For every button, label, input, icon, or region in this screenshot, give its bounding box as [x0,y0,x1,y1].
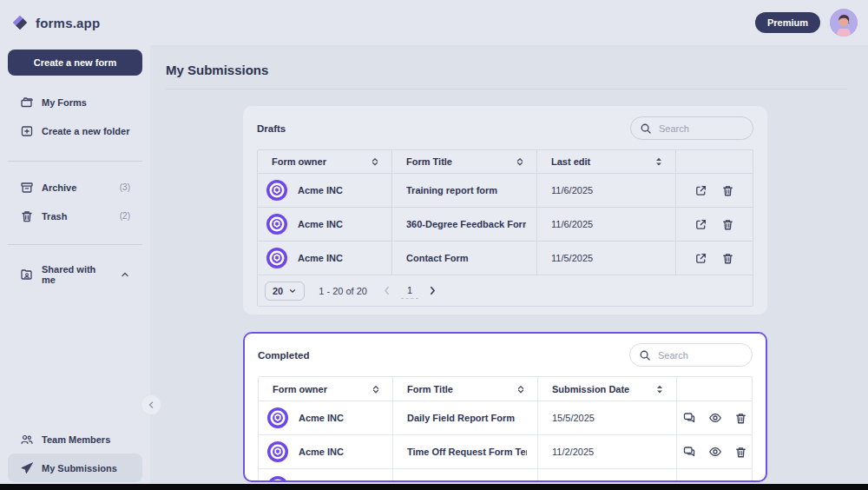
page-size-select[interactable]: 20 [265,281,305,301]
completed-table-header: Form owner Form Title Submission Date [259,377,752,401]
delete-icon[interactable] [721,252,734,265]
drafts-pagination: 20 1 - 20 of 20 1 [258,275,753,306]
premium-button[interactable]: Premium [755,12,820,33]
sidebar-item-shared-with-me[interactable]: Shared with me [8,260,142,288]
row-actions [677,401,752,434]
comments-icon[interactable] [682,445,696,459]
chevron-right-icon [427,285,438,296]
delete-icon[interactable] [734,480,747,482]
delete-icon[interactable] [721,218,734,231]
completed-search-box [629,343,753,367]
open-form-icon[interactable] [694,218,707,231]
sidebar-item-label: Team Members [42,434,110,445]
owner-cell: Acme INC [258,208,392,241]
owner-cell: Acme INC [259,435,393,468]
owner-cell: Acme INC [259,401,393,434]
column-header-actions [677,377,752,401]
drafts-card: Drafts Form owner Form Title [243,106,767,315]
delete-icon[interactable] [734,446,747,459]
page-number-button[interactable]: 1 [401,283,418,299]
last-edit-cell: 11/6/2025 [537,174,676,207]
page-title: My Submissions [166,63,847,77]
drafts-table-header: Form owner Form Title Last edit [258,150,753,174]
column-header-actions [676,150,753,173]
prev-page-button[interactable] [381,285,392,296]
column-header-form-owner: Form owner [259,377,393,401]
row-actions [676,174,753,207]
drafts-search-input[interactable] [659,123,744,134]
form-title-cell: 360-Degree Feedback Form [392,208,537,241]
view-icon[interactable] [708,411,722,425]
column-header-submission-date: Submission Date [538,377,677,401]
sidebar-item-archive[interactable]: Archive (3) [8,173,142,202]
sidebar-item-trash[interactable]: Trash (2) [8,202,142,230]
comments-icon[interactable] [682,480,696,483]
form-title-cell: Training report form [392,174,537,207]
column-header-form-title: Form Title [392,150,537,173]
user-avatar[interactable] [830,9,858,36]
column-header-form-title: Form Title [393,377,538,401]
sort-icon[interactable] [370,383,382,395]
comments-icon[interactable] [682,411,696,425]
column-header-form-owner: Form owner [258,150,392,173]
drafts-table: Form owner Form Title Last edit [257,149,753,307]
sidebar-divider [8,161,142,162]
folders-icon [20,96,34,109]
brand-name: forms.app [36,16,100,30]
sidebar-bottom-nav: Team Members My Submissions [0,425,150,484]
view-icon[interactable] [708,480,722,483]
sort-icon[interactable] [369,156,381,168]
header-divider [166,89,847,89]
acme-logo-icon [267,441,288,462]
sidebar-item-label: My Forms [42,97,87,108]
sort-filled-icon[interactable] [653,156,665,168]
top-bar: forms.app Premium [0,0,868,45]
owner-cell: Acme INC [258,242,392,275]
completed-card-title: Completed [258,350,309,361]
acme-logo-icon [266,248,287,268]
chevron-up-icon[interactable] [120,269,130,280]
sidebar-item-label: Archive [42,182,76,193]
row-actions [676,208,753,241]
open-form-icon[interactable] [694,252,707,265]
sidebar-nav: My Forms Create a new folder Archive (3) [0,88,150,288]
completed-search-input[interactable] [658,350,743,361]
topbar-right: Premium [755,9,858,36]
table-row: Acme INC Contact Form 11/5/2025 [258,242,753,275]
last-edit-cell: 11/6/2025 [537,208,676,241]
submission-date-cell: 11/2/2025 [538,435,677,468]
sidebar-item-my-submissions[interactable]: My Submissions [8,454,142,482]
completed-table: Form owner Form Title Submission Date [258,376,753,482]
form-title-cell: Contact Form [392,242,537,275]
completed-card-header: Completed [258,343,753,367]
owner-cell: Acme INC [259,469,393,482]
brand-logo[interactable]: forms.app [10,13,100,32]
sidebar-item-team-members[interactable]: Team Members [8,425,142,454]
main-content: My Submissions Drafts Form owner [150,45,868,484]
delete-icon[interactable] [734,412,747,425]
sidebar-item-my-forms[interactable]: My Forms [8,88,142,116]
trash-count-badge: (2) [120,211,130,221]
create-new-form-button[interactable]: Create a new form [8,50,142,76]
sort-icon[interactable] [514,156,526,168]
sort-icon[interactable] [515,383,527,395]
sidebar-item-create-folder[interactable]: Create a new folder [8,116,142,145]
sidebar-collapse-button[interactable] [141,394,161,415]
sidebar-divider [8,244,142,245]
table-row: Acme INC Training report form 11/6/2025 [258,174,753,208]
delete-icon[interactable] [721,184,734,197]
row-actions [677,435,752,468]
form-title-cell: Registration Form [393,469,538,482]
next-page-button[interactable] [427,285,438,296]
archive-count-badge: (3) [120,182,130,192]
acme-logo-icon [266,180,287,201]
table-row: Acme INC Daily Field Report Form 15/5/20… [259,401,752,435]
open-form-icon[interactable] [694,184,707,197]
table-row: Acme INC Time Off Request Form Template … [259,435,752,469]
row-actions [677,469,752,482]
pagination-range-text: 1 - 20 of 20 [319,286,367,296]
view-icon[interactable] [708,445,722,459]
sort-filled-icon[interactable] [654,383,666,395]
chevron-down-icon [288,287,297,295]
chevron-left-icon [381,285,392,296]
